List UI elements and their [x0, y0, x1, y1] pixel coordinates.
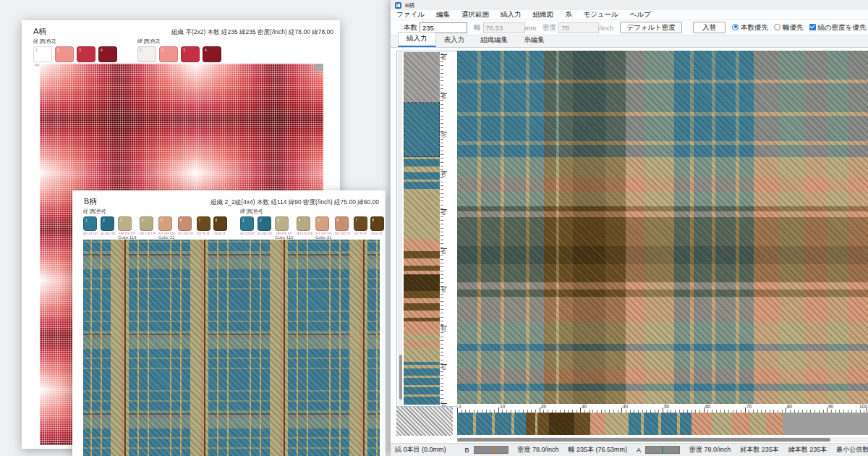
warp-colors-label: 経 [配色2]	[33, 38, 117, 45]
swatch[interactable]: 146 122 147	[83, 216, 98, 240]
status-stripe-info: 縞 0本目 (0.0mm)	[395, 445, 446, 455]
density-label: 密度	[542, 23, 556, 33]
swatch[interactable]: 4181 170 128	[140, 216, 156, 240]
pattern-window-b: B柄 組織 2_2綾(4x4) 本数 経114 緯90 密度(/inch) 経7…	[72, 190, 386, 456]
swap-button[interactable]: 入替	[693, 22, 726, 33]
swatch[interactable]: 7107 76 31	[197, 216, 210, 240]
swatch[interactable]: 893 64 21	[370, 216, 384, 240]
density-input[interactable]	[558, 22, 599, 33]
status-a-density: 密度 78.0/inch	[689, 445, 731, 455]
width-label: 幅	[474, 23, 481, 33]
swatch[interactable]: 5214 159 126Color 21	[315, 216, 332, 240]
menu-thread[interactable]: 糸	[559, 10, 578, 20]
ruler-label: 50	[441, 210, 446, 215]
app-icon	[395, 2, 401, 9]
horizontal-scrollbar-thumb[interactable]	[457, 438, 830, 442]
weft-colors-label: 緯 [配色4]	[240, 208, 384, 215]
menu-weave-diagram[interactable]: 組織図	[527, 10, 559, 20]
window-a-weave-info: 組織 平(2x2) 本数 経235 緯235 密度(/inch) 経78.00 …	[171, 28, 333, 37]
status-weft-count: 緯本数 235本	[788, 445, 827, 455]
weave-repeat-preview	[396, 407, 453, 436]
swatch[interactable]: 5214 159 126Color 21	[158, 216, 175, 240]
swatch[interactable]: 3188 176 137Color 110	[275, 216, 294, 240]
warp-color-group-a: 経 [配色2] 1255 255 255 2240 147 141 3194 4…	[33, 38, 117, 67]
screen: A柄 組織 平(2x2) 本数 経235 緯235 密度(/inch) 経78.…	[0, 0, 868, 456]
status-b-stripe-map	[474, 446, 509, 454]
menu-help[interactable]: ヘルプ	[624, 10, 657, 20]
checkbox-stripe-density-priority[interactable]: 縞の密度を優先	[809, 23, 867, 33]
ruler-label: 90	[441, 55, 446, 60]
status-warp-count: 経本数 235本	[740, 445, 779, 455]
weft-stripe-panel: 90 80 70 60 50 40 30 20 10 0	[396, 51, 457, 407]
tab-stripe-input[interactable]: 縞入力	[398, 32, 436, 47]
window-b-weave-info: 組織 2_2綾(4x4) 本数 経114 緯90 密度(/inch) 経75.0…	[210, 198, 379, 207]
ruler-label: 20	[441, 326, 446, 332]
radio-width-priority[interactable]: 幅優先	[774, 23, 804, 33]
radio-selected-icon	[732, 24, 739, 30]
menu-selection[interactable]: 選択範囲	[456, 10, 495, 20]
ruler-label: 40	[441, 249, 446, 254]
weft-color-group-a: 緯 [配色2] 1242 240 239 2240 147 141 3194 4…	[137, 38, 221, 67]
fabric-preview-main[interactable]	[457, 51, 868, 404]
status-b-label: B	[465, 447, 469, 454]
vertical-scrollbar-thumb[interactable]	[399, 355, 402, 400]
status-a-stripe-map	[645, 446, 680, 454]
radio-count-priority[interactable]: 本数優先	[732, 23, 768, 33]
status-b-density: 密度 78.0/inch	[518, 445, 559, 455]
menu-edit[interactable]: 編集	[430, 10, 456, 20]
pattern-end-marker	[315, 64, 323, 71]
weft-color-group-b: 緯 [配色4] 146 122 147 240 108 132 3188 176…	[240, 208, 384, 240]
swatch[interactable]: 893 64 21	[213, 216, 227, 240]
ruler-label: 60	[705, 404, 710, 409]
warp-colors-label: 経 [配色4]	[83, 208, 227, 215]
warp-stripe-bar[interactable]	[457, 413, 868, 435]
statusbar: 縞 0本目 (0.0mm) B 密度 78.0/inch 幅 235本 (76.…	[391, 443, 868, 456]
content-area: 90 80 70 60 50 40 30 20 10 0	[391, 48, 868, 443]
ruler-label: 40	[623, 404, 628, 409]
ruler-label: 90	[828, 404, 833, 409]
vertical-ruler: 90 80 70 60 50 40 30 20 10 0	[441, 52, 457, 405]
ruler-label: 70	[746, 404, 752, 409]
stripe-selection-marquee	[404, 102, 440, 157]
swatch[interactable]: 7107 76 31	[354, 216, 367, 240]
width-input[interactable]	[483, 22, 525, 33]
count-label: 本数	[404, 23, 417, 33]
ruler-label: 50	[664, 404, 669, 409]
tab-table-input[interactable]: 表入力	[436, 34, 473, 47]
menu-file[interactable]: ファイル	[391, 10, 430, 20]
ruler-label: 80	[441, 94, 446, 99]
swatch[interactable]: 240 108 132	[101, 216, 115, 240]
menu-module[interactable]: モジュール	[577, 10, 624, 20]
swatch[interactable]: 146 122 147	[240, 216, 255, 240]
checkbox-checked-icon	[809, 24, 816, 30]
tab-thread-edit[interactable]: 糸編集	[516, 34, 553, 47]
swatch[interactable]: 6201 143 112	[178, 216, 194, 240]
radio-icon	[774, 24, 780, 30]
swatch[interactable]: 6201 143 112	[335, 216, 351, 240]
menu-stripe-input[interactable]: 縞入力	[495, 10, 527, 20]
default-density-button[interactable]: デフォルト密度	[620, 22, 682, 33]
window-title: B柄	[405, 1, 414, 9]
vertical-scrollbar[interactable]	[398, 52, 402, 405]
ruler-label: 60	[441, 172, 446, 177]
mm-unit: mm	[525, 24, 537, 32]
horizontal-scrollbar[interactable]	[457, 437, 868, 442]
ruler-label: 0	[459, 404, 461, 409]
swatch[interactable]: 4181 170 128	[297, 216, 312, 240]
ruler-label: 20	[541, 404, 546, 409]
swatch[interactable]: 240 108 132	[258, 216, 272, 240]
status-a-label: A	[637, 447, 641, 454]
main-window: B柄 ファイル 編集 選択範囲 縞入力 組織図 糸 モジュール ヘルプ 本数 幅…	[391, 0, 868, 456]
inch-unit: /inch	[599, 24, 613, 32]
menubar: ファイル 編集 選択範囲 縞入力 組織図 糸 モジュール ヘルプ	[391, 10, 868, 20]
swatch[interactable]: 3188 176 137Color 113	[118, 216, 137, 240]
tabbar: 縞入力 表入力 組織編集 糸編集	[391, 35, 868, 48]
window-b-title: B柄	[84, 196, 97, 207]
window-a-title: A柄	[33, 26, 46, 37]
ruler-label: 30	[441, 287, 446, 292]
ruler-label: 30	[582, 404, 587, 409]
ruler-label: 70	[441, 132, 446, 138]
ruler-label: 100	[859, 404, 867, 409]
titlebar: B柄	[391, 0, 868, 10]
tab-weave-edit[interactable]: 組織編集	[472, 34, 516, 47]
